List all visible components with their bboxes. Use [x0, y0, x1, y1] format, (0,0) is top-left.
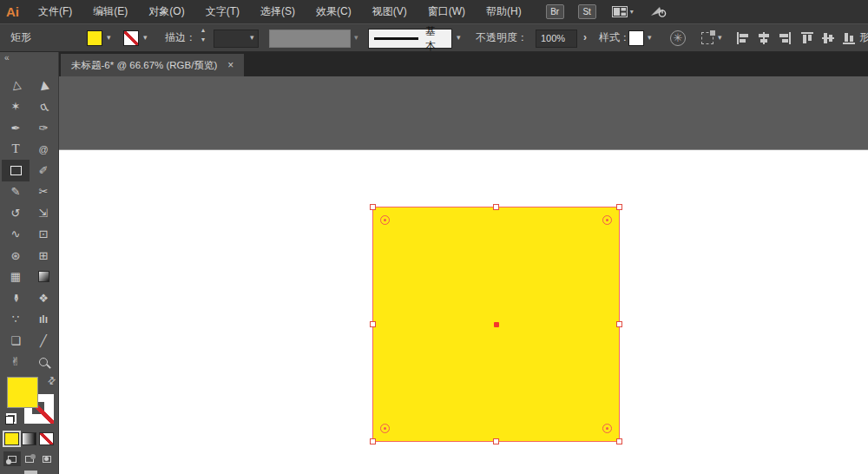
selection-handle[interactable]: [493, 204, 499, 210]
gpu-performance-button[interactable]: [649, 5, 667, 18]
menu-type[interactable]: 文字(T): [195, 0, 250, 23]
menu-file[interactable]: 文件(F): [28, 0, 82, 23]
document-tab-bar: 未标题-6* @ 66.67% (RGB/预览) ×: [59, 52, 868, 76]
swap-fill-stroke-icon[interactable]: ⇄: [45, 374, 59, 388]
fill-chevron-icon[interactable]: ▾: [107, 24, 111, 51]
scale-tool[interactable]: ⇲: [30, 202, 57, 224]
collapse-panel-icon[interactable]: «: [4, 53, 10, 63]
stroke-weight-label: 描边：: [165, 24, 196, 51]
menu-effect[interactable]: 效果(C): [306, 0, 362, 23]
screen-mode-button[interactable]: [24, 471, 37, 474]
shape-builder-tool[interactable]: ⊛: [2, 245, 30, 267]
tools-panel: « ▷ ▶ ✶ ɋ ✒ ✑ T @ ✐ ✎ ✂ ↺ ⇲ ∿ ⊡ ⊛ ⊞ ▦ ✒ …: [0, 52, 59, 474]
stroke-weight-chevron-icon[interactable]: ▾: [250, 24, 254, 51]
paintbrush-tool[interactable]: ✐: [30, 160, 57, 181]
stock-button[interactable]: St: [578, 4, 596, 19]
selection-handle[interactable]: [370, 321, 376, 327]
rotate-tool[interactable]: ↺: [2, 202, 30, 224]
menu-view[interactable]: 视图(V): [362, 0, 418, 23]
free-transform-tool[interactable]: ⊡: [30, 224, 57, 246]
menu-select[interactable]: 选择(S): [250, 0, 306, 23]
close-tab-icon[interactable]: ×: [227, 59, 233, 71]
center-point[interactable]: [494, 322, 499, 327]
pen-tool[interactable]: ✒: [2, 117, 30, 139]
step-down-icon[interactable]: ▾: [201, 37, 205, 47]
transform-chevron-icon[interactable]: ▾: [718, 24, 722, 51]
curvature-tool[interactable]: ✑: [30, 117, 57, 139]
none-button[interactable]: [39, 432, 54, 445]
lasso-tool[interactable]: ɋ: [30, 96, 57, 118]
spiral-tool[interactable]: @: [30, 139, 57, 161]
selection-handle[interactable]: [370, 438, 376, 444]
selection-handle[interactable]: [493, 438, 499, 444]
corner-radius-widget[interactable]: [380, 424, 390, 433]
selection-handle[interactable]: [370, 204, 376, 210]
menu-edit[interactable]: 编辑(E): [82, 0, 138, 23]
stroke-weight-stepper[interactable]: ▴ ▾: [198, 28, 208, 47]
gpu-performance-icon: [649, 5, 667, 18]
direct-selection-tool[interactable]: ▷: [2, 75, 30, 96]
color-type-buttons: [4, 432, 54, 445]
blend-tool[interactable]: ❖: [30, 287, 57, 309]
workspace-switcher[interactable]: ▾: [612, 6, 634, 17]
zoom-tool[interactable]: [30, 352, 57, 373]
align-horizontal-right-icon[interactable]: [778, 31, 792, 45]
align-vertical-bottom-icon[interactable]: [842, 31, 856, 45]
draw-normal-mode-button[interactable]: [3, 451, 21, 466]
menu-window[interactable]: 窗口(W): [418, 0, 476, 23]
selection-tool[interactable]: ▶: [30, 75, 57, 96]
draw-behind-icon: [25, 456, 34, 463]
type-tool[interactable]: T: [2, 139, 30, 161]
stroke-color-swatch[interactable]: [123, 30, 139, 46]
slice-tool[interactable]: ╱: [30, 330, 57, 352]
canvas[interactable]: [59, 76, 868, 474]
symbol-sprayer-tool[interactable]: ∵: [2, 309, 30, 331]
rectangle-tool[interactable]: [2, 160, 30, 181]
fill-color-swatch[interactable]: [87, 30, 102, 46]
default-fill-stroke-icon[interactable]: [5, 413, 16, 425]
gradient-button[interactable]: [22, 432, 36, 445]
mesh-tool[interactable]: ▦: [2, 267, 30, 288]
opacity-input[interactable]: 100%: [536, 30, 577, 48]
gradient-tool[interactable]: [30, 267, 57, 288]
style-chevron-icon[interactable]: ▾: [648, 24, 652, 51]
opacity-expand-icon[interactable]: ›: [583, 24, 587, 51]
corner-radius-widget[interactable]: [380, 215, 390, 225]
corner-radius-widget[interactable]: [602, 424, 612, 433]
tool-grid: ▷ ▶ ✶ ɋ ✒ ✑ T @ ✐ ✎ ✂ ↺ ⇲ ∿ ⊡ ⊛ ⊞ ▦ ✒ ❖ …: [2, 75, 57, 372]
scissors-tool[interactable]: ✂: [30, 181, 57, 203]
selection-handle[interactable]: [616, 321, 622, 327]
column-graph-tool[interactable]: ılı: [30, 309, 57, 331]
width-tool[interactable]: ∿: [2, 224, 30, 246]
draw-behind-mode-button[interactable]: [21, 451, 38, 466]
hand-tool[interactable]: ✌: [2, 352, 30, 373]
corner-radius-widget[interactable]: [602, 215, 612, 225]
menu-help[interactable]: 帮助(H): [476, 0, 532, 23]
magic-wand-tool[interactable]: ✶: [2, 96, 30, 118]
profile-chevron-icon[interactable]: ▾: [457, 24, 461, 51]
draw-inside-mode-button[interactable]: [38, 451, 56, 466]
color-button[interactable]: [4, 432, 19, 445]
align-horizontal-left-icon[interactable]: [736, 31, 750, 45]
selection-handle[interactable]: [616, 438, 622, 444]
transform-icon[interactable]: [701, 32, 713, 44]
selection-handle[interactable]: [616, 204, 622, 210]
magnifier-icon: [39, 358, 48, 366]
recolor-artwork-icon[interactable]: ✳: [670, 30, 686, 46]
document-tab[interactable]: 未标题-6* @ 66.67% (RGB/预览) ×: [61, 54, 244, 76]
fill-swatch[interactable]: [7, 377, 38, 408]
artboard-tool[interactable]: ❏: [2, 330, 30, 352]
bridge-button[interactable]: Br: [546, 4, 564, 19]
style-swatch[interactable]: [628, 30, 644, 46]
stroke-chevron-icon[interactable]: ▾: [143, 24, 148, 51]
chevron-down-icon: ▾: [630, 8, 634, 16]
align-vertical-center-icon[interactable]: [821, 31, 835, 45]
perspective-grid-tool[interactable]: ⊞: [30, 245, 57, 267]
selected-rectangle[interactable]: [372, 207, 620, 442]
shaper-tool[interactable]: ✎: [2, 181, 30, 203]
width-profile-dropdown[interactable]: 基本: [368, 29, 452, 49]
menu-object[interactable]: 对象(O): [138, 0, 194, 23]
align-vertical-top-icon[interactable]: [800, 31, 814, 45]
eyedropper-tool[interactable]: ✒: [2, 287, 30, 309]
align-horizontal-center-icon[interactable]: [757, 31, 771, 45]
